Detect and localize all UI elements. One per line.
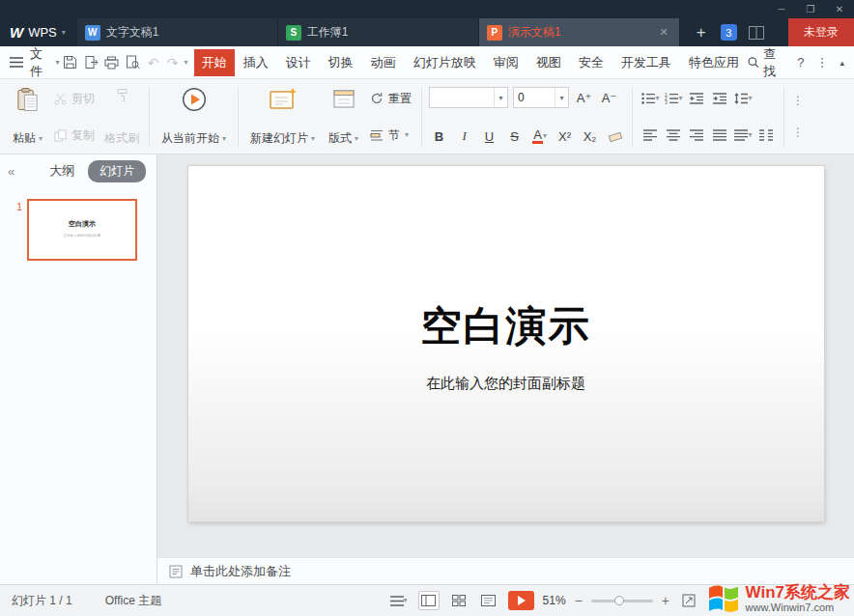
- print-preview-icon[interactable]: [124, 52, 143, 73]
- clear-format-button[interactable]: [605, 126, 625, 147]
- font-size-combo[interactable]: ▾: [513, 87, 569, 108]
- menu-tab-slideshow[interactable]: 幻灯片放映: [405, 49, 485, 76]
- collapse-panel-icon[interactable]: «: [8, 164, 14, 179]
- menu-tab-special-apps[interactable]: 特色应用: [680, 49, 748, 76]
- more-options-icon[interactable]: ⋮: [815, 55, 828, 70]
- undo-icon[interactable]: ↶: [145, 52, 162, 73]
- distribute-button[interactable]: ▾: [732, 125, 754, 146]
- play-slideshow-button[interactable]: [508, 591, 534, 610]
- quick-access-caret-icon[interactable]: ▾: [185, 59, 188, 67]
- menu-tab-home[interactable]: 开始: [194, 49, 235, 76]
- window-close-button[interactable]: ✕: [825, 0, 854, 18]
- menu-tab-transition[interactable]: 切换: [320, 49, 362, 76]
- help-button[interactable]: ?: [797, 55, 804, 70]
- zoom-slider-handle[interactable]: [614, 596, 624, 605]
- file-menu-caret-icon[interactable]: ▾: [55, 59, 59, 67]
- menu-tab-view[interactable]: 视图: [527, 49, 570, 76]
- wps-menu-button[interactable]: W WPS ▾: [0, 18, 77, 46]
- tab-presentation-active[interactable]: P 演示文稿1 ✕: [479, 18, 680, 46]
- start-from-current-button[interactable]: 从当前开始▾: [155, 83, 233, 150]
- align-left-button[interactable]: [640, 125, 661, 146]
- notes-placeholder[interactable]: 单击此处添加备注: [190, 563, 291, 580]
- ribbon-more-bottom-icon[interactable]: ⋮: [792, 126, 804, 139]
- align-center-button[interactable]: [663, 125, 684, 146]
- line-spacing-button[interactable]: ▾: [732, 88, 754, 109]
- menu-tab-review[interactable]: 审阅: [485, 49, 527, 76]
- paste-button[interactable]: 粘贴▾: [6, 83, 49, 150]
- theme-name[interactable]: Office 主题: [105, 593, 161, 609]
- export-icon[interactable]: [81, 52, 100, 73]
- slide-title[interactable]: 空白演示: [421, 299, 591, 353]
- tab-slides[interactable]: 幻灯片: [88, 160, 146, 182]
- strikethrough-button[interactable]: S: [504, 126, 525, 147]
- new-tab-button[interactable]: +: [688, 18, 715, 46]
- menu-tab-security[interactable]: 安全: [570, 49, 612, 76]
- menu-tab-design[interactable]: 设计: [277, 49, 320, 76]
- slide-editor[interactable]: 空白演示 在此输入您的封面副标题: [188, 166, 824, 521]
- increase-indent-button[interactable]: [709, 88, 730, 109]
- zoom-slider[interactable]: [591, 600, 653, 602]
- reading-view-button[interactable]: [478, 591, 499, 610]
- decrease-indent-button[interactable]: [686, 88, 707, 109]
- display-settings-button[interactable]: ▾: [388, 591, 410, 610]
- ribbon-separator: [238, 87, 239, 146]
- menu-tab-devtools[interactable]: 开发工具: [612, 49, 680, 76]
- section-button[interactable]: 节 ▾: [365, 125, 416, 146]
- grow-font-button[interactable]: A⁺: [574, 87, 594, 108]
- font-name-combo[interactable]: ▾: [429, 87, 508, 108]
- normal-view-button[interactable]: [418, 591, 440, 610]
- fit-to-window-button[interactable]: [678, 591, 699, 610]
- login-button[interactable]: 未登录: [788, 18, 854, 46]
- justify-button[interactable]: [709, 125, 730, 146]
- tab-writer-document[interactable]: W 文字文稿1: [77, 18, 278, 46]
- layout-button[interactable]: 版式▾: [322, 83, 365, 150]
- italic-button[interactable]: I: [454, 126, 474, 147]
- subscript-button[interactable]: X₂: [580, 126, 600, 147]
- bold-button[interactable]: B: [429, 126, 449, 147]
- bullet-list-button[interactable]: ▾: [640, 88, 661, 109]
- underline-button[interactable]: U: [479, 126, 499, 147]
- slide-sorter-view-button[interactable]: [448, 591, 470, 610]
- new-slide-button[interactable]: 新建幻灯片▾: [243, 83, 322, 150]
- redo-icon[interactable]: ↷: [164, 52, 182, 73]
- tab-close-icon[interactable]: ✕: [657, 24, 671, 41]
- shrink-font-button[interactable]: A⁻: [599, 87, 619, 108]
- font-name-caret-icon[interactable]: ▾: [494, 88, 507, 107]
- menu-tab-insert[interactable]: 插入: [235, 49, 277, 76]
- slide-thumbnail[interactable]: 空白演示 在此输入您的封面副标题: [27, 199, 137, 261]
- reset-button[interactable]: 重置: [365, 88, 416, 109]
- slide-subtitle[interactable]: 在此输入您的封面副标题: [426, 375, 585, 393]
- menu-tab-animation[interactable]: 动画: [362, 49, 405, 76]
- print-icon[interactable]: [102, 52, 122, 73]
- numbered-list-button[interactable]: 123 ▾: [663, 88, 684, 109]
- font-color-button[interactable]: A▾: [529, 126, 550, 147]
- zoom-in-button[interactable]: +: [662, 593, 669, 608]
- tab-count-badge[interactable]: 3: [721, 24, 737, 41]
- window-switch-icon[interactable]: [749, 26, 764, 40]
- maximize-button[interactable]: ❐: [796, 0, 825, 18]
- format-painter-button[interactable]: 格式刷: [100, 83, 144, 150]
- minimize-button[interactable]: ─: [767, 0, 796, 18]
- font-size-input[interactable]: [514, 88, 555, 107]
- copy-button[interactable]: 复制: [49, 125, 100, 146]
- font-color-caret-icon: ▾: [543, 132, 547, 140]
- columns-button[interactable]: [755, 125, 777, 146]
- superscript-button[interactable]: X²: [555, 126, 575, 147]
- clipboard-group: 粘贴▾ 剪切 复制 格式刷: [6, 83, 144, 150]
- align-right-button[interactable]: [686, 125, 707, 146]
- cut-button[interactable]: 剪切: [49, 88, 100, 109]
- ribbon-more-top-icon[interactable]: ⋮: [792, 94, 804, 107]
- zoom-level[interactable]: 51%: [543, 594, 566, 607]
- eraser-icon: [608, 130, 623, 143]
- hamburger-icon[interactable]: [10, 57, 23, 68]
- zoom-out-button[interactable]: −: [575, 593, 583, 608]
- save-icon[interactable]: [60, 52, 79, 73]
- collapse-ribbon-icon[interactable]: ▴: [840, 58, 844, 68]
- tab-outline[interactable]: 大纲: [49, 162, 74, 180]
- tab-spreadsheet[interactable]: S 工作簿1: [278, 18, 479, 46]
- find-button[interactable]: 查找: [748, 45, 786, 80]
- font-name-input[interactable]: [430, 88, 494, 107]
- notes-bar[interactable]: 单击此处添加备注: [157, 557, 854, 584]
- file-menu-button[interactable]: 文件: [30, 45, 52, 80]
- font-size-caret-icon[interactable]: ▾: [555, 88, 568, 107]
